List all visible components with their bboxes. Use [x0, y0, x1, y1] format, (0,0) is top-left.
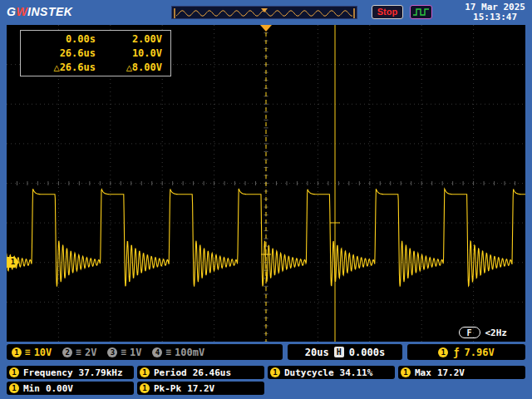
- cursor2-voltage: 10.0V: [96, 47, 170, 59]
- meas-label: Period: [154, 367, 187, 378]
- meas-src-badge: 1: [9, 383, 19, 393]
- channel-1-badge: 1: [12, 347, 22, 357]
- trigger-position-marker[interactable]: [260, 25, 272, 32]
- timebase-offset: 0.000s: [349, 347, 385, 358]
- oscilloscope-screen: GWINSTEK Stop 17 Mar 2025 15:13:47 1: [0, 0, 532, 399]
- channel-4-badge: 4: [152, 347, 162, 357]
- edge-symbol: ƒ: [453, 347, 459, 358]
- cursor2-time: 26.6us: [21, 47, 96, 59]
- cursor-delta-time: △26.6us: [21, 62, 96, 73]
- top-status-bar: GWINSTEK Stop 17 Mar 2025 15:13:47: [0, 0, 532, 25]
- status-bar: 1 ≡ 10V 2 ≡ 2V 3 ≡ 1V 4 ≡ 100mV 20us H: [7, 344, 525, 360]
- meas-src-badge: 1: [9, 367, 19, 377]
- square-wave-icon: [412, 7, 430, 17]
- logo-rest: INSTEK: [27, 5, 72, 18]
- meas-label: Min: [23, 383, 40, 394]
- measurements-row-2: 1 Min 0.00V 1 Pk-Pk 17.2V: [7, 382, 525, 395]
- meas-label: Frequency: [23, 367, 73, 378]
- trigger-mode-icon[interactable]: [410, 5, 432, 19]
- cursor1-voltage: 2.00V: [96, 33, 170, 45]
- timebase-status[interactable]: 20us H 0.000s: [288, 344, 402, 360]
- trigger-status[interactable]: 1 ƒ 7.96V: [407, 344, 525, 360]
- logo-g: G: [7, 5, 16, 18]
- meas-src-badge: 1: [401, 367, 411, 377]
- measurement-max: 1 Max 17.2V: [398, 366, 525, 379]
- meas-value: 37.79kHz: [79, 367, 123, 378]
- channel-4-status[interactable]: 4 ≡ 100mV: [152, 347, 204, 358]
- channel-4-scale: 100mV: [175, 347, 204, 358]
- meas-src-badge: 1: [140, 367, 150, 377]
- acquisition-preview-bar[interactable]: [171, 6, 357, 19]
- channel-2-scale: 2V: [85, 347, 96, 358]
- meas-label: Dutycycle: [284, 367, 334, 378]
- channel-1-scale: 10V: [34, 347, 52, 358]
- channel-2-badge: 2: [62, 347, 72, 357]
- meas-src-badge: 1: [140, 383, 150, 393]
- datetime-display: 17 Mar 2025 15:13:47: [465, 2, 525, 22]
- trigger-f-badge: F: [459, 327, 480, 338]
- measurement-pkpk: 1 Pk-Pk 17.2V: [137, 382, 264, 395]
- trigger-source-badge: 1: [438, 347, 448, 357]
- meas-src-badge: 1: [270, 367, 280, 377]
- preview-waveform-icon: [172, 7, 357, 19]
- meas-value: 17.2V: [437, 367, 465, 378]
- coupling-icon: ≡: [165, 347, 171, 357]
- cursor-row-1: 0.00s 2.00V: [21, 32, 170, 46]
- meas-value: 17.2V: [187, 383, 214, 394]
- channel-3-status[interactable]: 3 ≡ 1V: [107, 347, 141, 358]
- measurement-period: 1 Period 26.46us: [137, 366, 264, 379]
- timebase-scale: 20us: [305, 347, 329, 358]
- cursor-row-delta: △26.6us △8.00V: [21, 60, 170, 74]
- gwinstek-logo: GWINSTEK: [7, 5, 72, 18]
- trigger-frequency-indicator: F <2Hz: [459, 327, 508, 338]
- channel-3-badge: 3: [107, 347, 117, 357]
- coupling-icon: ≡: [76, 347, 81, 357]
- meas-value: 0.00V: [46, 383, 73, 394]
- coupling-icon: ≡: [25, 347, 31, 357]
- coupling-icon: ≡: [121, 347, 126, 357]
- channel-2-status[interactable]: 2 ≡ 2V: [62, 347, 96, 358]
- run-stop-indicator[interactable]: Stop: [372, 5, 403, 19]
- cursor-row-2: 26.6us 10.0V: [21, 46, 170, 60]
- meas-label: Max: [415, 367, 431, 378]
- channel-3-scale: 1V: [130, 347, 141, 358]
- channel-settings: 1 ≡ 10V 2 ≡ 2V 3 ≡ 1V 4 ≡ 100mV: [7, 344, 283, 360]
- horizontal-icon: H: [334, 347, 344, 357]
- cursor-readout: 0.00s 2.00V 26.6us 10.0V △26.6us △8.00V: [20, 30, 171, 76]
- measurements-row-1: 1 Frequency 37.79kHz 1 Period 26.46us 1 …: [7, 366, 525, 379]
- cursor-delta-voltage: △8.00V: [96, 62, 170, 73]
- channel-1-status[interactable]: 1 ≡ 10V: [12, 347, 52, 358]
- trigger-level: 7.96V: [465, 347, 495, 358]
- scope-display-area: 1 0.00s 2.00V 26.6us 10.0V △26.6us △8.00…: [7, 25, 525, 342]
- cursor1-time: 0.00s: [21, 33, 96, 45]
- logo-w: W: [16, 5, 27, 18]
- meas-value: 34.11%: [340, 367, 373, 378]
- meas-value: 26.46us: [193, 367, 231, 378]
- measurement-frequency: 1 Frequency 37.79kHz: [7, 366, 134, 379]
- measurement-dutycycle: 1 Dutycycle 34.11%: [268, 366, 395, 379]
- meas-label: Pk-Pk: [154, 383, 181, 394]
- time-text: 15:13:47: [465, 12, 525, 22]
- trigger-frequency-value: <2Hz: [485, 328, 508, 338]
- measurement-min: 1 Min 0.00V: [7, 382, 134, 395]
